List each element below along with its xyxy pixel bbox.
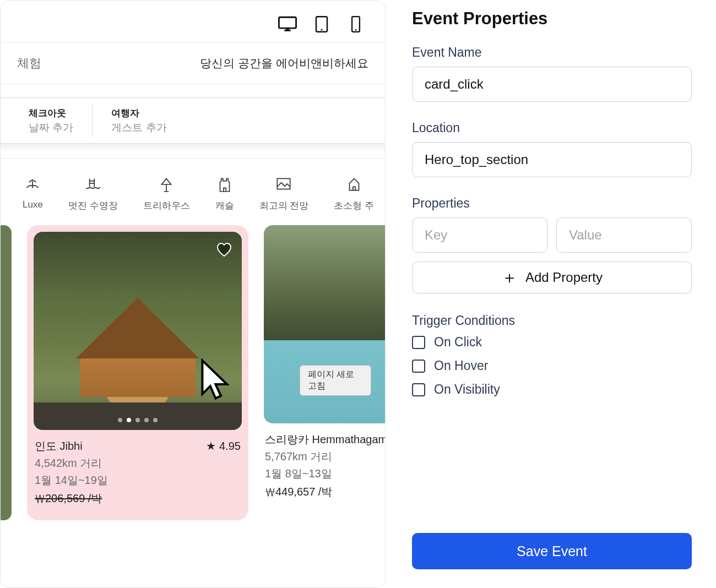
category-label: 멋진 수영장 (68, 199, 118, 212)
listing-image[interactable]: 페이지 새로고침 (264, 225, 385, 423)
castle-icon (215, 175, 234, 194)
event-name-input[interactable] (412, 67, 692, 102)
listing-title: 스리랑카 Hemmathagama, (265, 431, 385, 448)
search-guests-label: 여행자 (111, 107, 372, 119)
search-bar-container: 체크아웃 날짜 추가 여행자 게스트 추가 (1, 84, 385, 159)
pool-icon (84, 175, 102, 194)
treehouse-icon (157, 175, 176, 194)
trigger-label: On Click (434, 335, 482, 350)
property-key-input[interactable] (412, 217, 547, 253)
category-luxe[interactable]: Luxe (23, 175, 43, 212)
svg-rect-2 (286, 28, 289, 30)
mobile-icon[interactable] (346, 16, 365, 32)
listing-card-prev-sliver[interactable] (0, 225, 12, 520)
image-pagination-dots[interactable] (118, 418, 158, 422)
listing-price: ₩206,569 /박 (35, 490, 241, 507)
category-row[interactable]: Luxe 멋진 수영장 트리하우스 캐슬 최고의 전망 초소형 주 (1, 159, 385, 220)
listing-cards-row: 인도 Jibhi ★ 4.95 4,542km 거리 1월 14일~19일 ₩2… (0, 220, 385, 520)
add-property-label: Add Property (525, 270, 603, 285)
search-checkout-value: 날짜 추가 (29, 121, 73, 135)
search-checkout-label: 체크아웃 (29, 107, 73, 119)
category-label: Luxe (23, 199, 43, 210)
svg-point-4 (321, 29, 323, 31)
preview-top-nav: 체험 당신의 공간을 에어비앤비하세요 (1, 43, 385, 84)
category-castle[interactable]: 캐슬 (215, 175, 234, 212)
listing-image[interactable] (34, 232, 242, 430)
checkbox[interactable] (412, 383, 425, 396)
category-treehouse[interactable]: 트리하우스 (143, 175, 190, 212)
cursor-pointer-icon (199, 358, 234, 404)
host-link[interactable]: 당신의 공간을 에어비앤비하세요 (200, 56, 368, 71)
device-switcher (1, 1, 385, 43)
view-icon (274, 175, 293, 194)
search-bar[interactable]: 체크아웃 날짜 추가 여행자 게스트 추가 (0, 97, 386, 144)
trigger-conditions-label: Trigger Conditions (412, 313, 692, 328)
panel-title: Event Properties (412, 9, 692, 29)
listing-distance: 4,542km 거리 (35, 455, 241, 472)
properties-label: Properties (412, 196, 692, 211)
trigger-label: On Visibility (434, 382, 500, 397)
tiny-icon (345, 175, 364, 194)
checkbox[interactable] (412, 360, 425, 373)
site-preview-panel: 체험 당신의 공간을 에어비앤비하세요 체크아웃 날짜 추가 여행자 게스트 추… (0, 0, 386, 588)
category-label: 트리하우스 (143, 199, 190, 212)
nav-tab-experiences[interactable]: 체험 (17, 55, 41, 72)
location-label: Location (412, 121, 692, 135)
checkbox[interactable] (412, 336, 425, 349)
rating-value: 4.95 (219, 438, 241, 455)
event-properties-panel: Event Properties Event Name Location Pro… (386, 0, 716, 588)
svg-rect-9 (278, 178, 290, 189)
property-value-input[interactable] (556, 217, 692, 253)
listing-meta: 인도 Jibhi ★ 4.95 4,542km 거리 1월 14일~19일 ₩2… (34, 430, 242, 507)
chalet-graphic (80, 298, 196, 397)
listing-meta: 스리랑카 Hemmathagama, 5,767km 거리 1월 8일~13일 … (264, 423, 385, 500)
listing-rating: ★ 4.95 (206, 438, 241, 455)
category-label: 캐슬 (215, 199, 234, 212)
property-kv-row (412, 217, 692, 253)
event-name-label: Event Name (412, 45, 692, 60)
search-guests[interactable]: 여행자 게스트 추가 (92, 104, 386, 137)
category-pool[interactable]: 멋진 수영장 (68, 175, 118, 212)
listing-dates: 1월 8일~13일 (265, 465, 385, 482)
star-icon: ★ (206, 438, 216, 455)
trigger-on-visibility[interactable]: On Visibility (412, 382, 692, 397)
trigger-label: On Hover (434, 358, 488, 373)
location-input[interactable] (412, 142, 692, 177)
heart-icon[interactable] (215, 241, 233, 258)
svg-rect-0 (279, 17, 296, 28)
plus-icon: ＋ (501, 269, 518, 286)
listing-dates: 1월 14일~19일 (35, 472, 241, 489)
page-reload-tooltip: 페이지 새로고침 (300, 365, 371, 396)
listing-card[interactable]: 페이지 새로고침 스리랑카 Hemmathagama, 5,767km 거리 1… (264, 225, 385, 520)
category-view[interactable]: 최고의 전망 (259, 175, 309, 212)
category-label: 초소형 주 (334, 199, 374, 212)
trigger-on-click[interactable]: On Click (412, 335, 692, 350)
tablet-icon[interactable] (312, 16, 331, 32)
listing-card-selected[interactable]: 인도 Jibhi ★ 4.95 4,542km 거리 1월 14일~19일 ₩2… (27, 225, 248, 520)
category-label: 최고의 전망 (259, 199, 309, 212)
luxe-icon (23, 175, 42, 194)
save-event-button[interactable]: Save Event (412, 533, 692, 569)
trigger-on-hover[interactable]: On Hover (412, 358, 692, 373)
search-checkout[interactable]: 체크아웃 날짜 추가 (0, 104, 92, 137)
listing-price: ₩449,657 /박 (265, 483, 385, 500)
category-tiny[interactable]: 초소형 주 (334, 175, 374, 212)
svg-point-6 (355, 29, 357, 31)
desktop-icon[interactable] (278, 16, 297, 32)
add-property-button[interactable]: ＋ Add Property (412, 262, 692, 293)
listing-distance: 5,767km 거리 (265, 448, 385, 465)
search-guests-value: 게스트 추가 (111, 121, 372, 135)
listing-title: 인도 Jibhi (35, 438, 83, 455)
